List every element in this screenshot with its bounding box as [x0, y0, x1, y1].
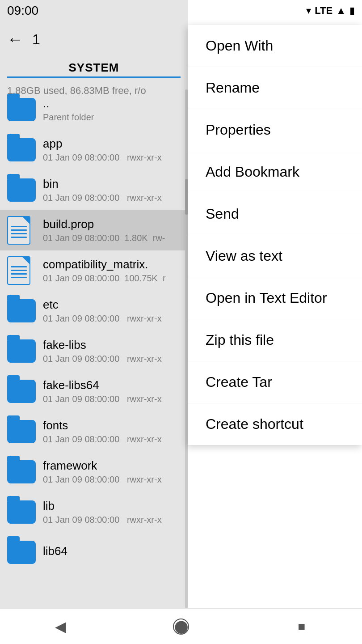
menu-item-add-bookmark[interactable]: Add Bookmark [188, 151, 362, 193]
menu-item-view-as-text[interactable]: View as text [188, 235, 362, 277]
overlay-dimmer[interactable] [0, 0, 188, 644]
nav-recent-button[interactable]: ■ [284, 609, 320, 644]
context-menu: Open With Rename Properties Add Bookmark… [188, 25, 362, 445]
home-nav-icon: ⬤ [173, 619, 189, 635]
menu-item-send[interactable]: Send [188, 193, 362, 235]
back-nav-icon: ◀ [55, 618, 66, 635]
menu-item-open-text-editor[interactable]: Open in Text Editor [188, 277, 362, 319]
menu-item-properties[interactable]: Properties [188, 109, 362, 151]
nav-home-button[interactable]: ⬤ [163, 609, 199, 644]
menu-item-zip-file[interactable]: Zip this file [188, 319, 362, 361]
context-menu-overlay: Open With Rename Properties Add Bookmark… [0, 0, 362, 644]
bottom-nav: ◀ ⬤ ■ [0, 608, 362, 644]
menu-item-create-shortcut[interactable]: Create shortcut [188, 403, 362, 445]
nav-back-button[interactable]: ◀ [42, 609, 78, 644]
menu-item-rename[interactable]: Rename [188, 67, 362, 109]
menu-item-create-tar[interactable]: Create Tar [188, 361, 362, 403]
menu-item-open-with[interactable]: Open With [188, 25, 362, 67]
recent-nav-icon: ■ [298, 619, 306, 634]
